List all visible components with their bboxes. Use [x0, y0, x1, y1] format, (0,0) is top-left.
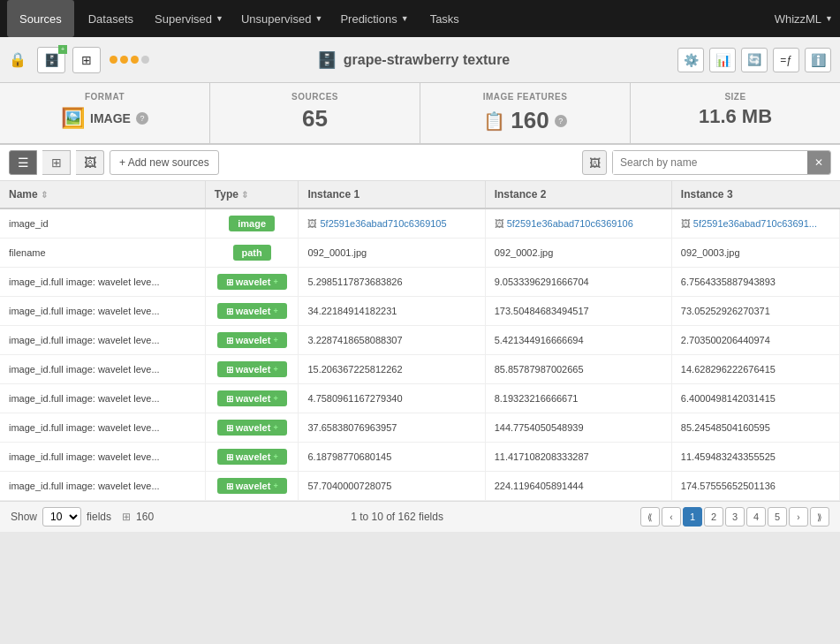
format-help-icon[interactable]: ?: [136, 112, 148, 125]
source-grid-icon: ⊞: [81, 53, 92, 67]
top-nav: Sources Datasets Supervised ▼ Unsupervis…: [0, 0, 840, 37]
cell-instance3: 092_0003.jpg: [671, 239, 839, 268]
cell-name: image_id.full image: wavelet leve...: [0, 413, 205, 443]
col-name[interactable]: Name ⇕: [0, 181, 205, 208]
cell-instance1: 57.7040000728075: [299, 472, 485, 501]
cell-type: ⊞wavelet+: [205, 326, 299, 355]
page-2-btn[interactable]: 2: [704, 507, 723, 527]
supervised-arrow: ▼: [216, 14, 223, 23]
stats-bar: FORMAT 🖼️ IMAGE ? SOURCES 65 IMAGE FEATU…: [0, 83, 840, 145]
cell-instance2: 9.0533396291666704: [485, 268, 671, 297]
cell-instance1: 4.7580961167279340: [299, 384, 485, 413]
cell-instance1: 6.18798770680145: [299, 443, 485, 472]
stat-format-sub: IMAGE: [90, 111, 131, 125]
cell-type: ⊞wavelet+: [205, 268, 299, 297]
stat-image-features-label: IMAGE FEATURES: [435, 92, 616, 102]
formula-btn[interactable]: =ƒ: [773, 48, 799, 72]
stat-image-features-value: 160: [511, 107, 549, 134]
cell-instance3: 2.703500206440974: [671, 326, 839, 355]
page-5-btn[interactable]: 5: [768, 507, 787, 527]
cell-instance2: 🖼5f2591e36abad710c6369106: [485, 208, 671, 239]
stat-format-label: FORMAT: [14, 92, 195, 102]
cell-instance3: 73.05252926270371: [671, 297, 839, 326]
page-last-btn[interactable]: ⟫: [810, 507, 829, 527]
search-input[interactable]: [613, 151, 807, 174]
add-sources-btn[interactable]: + Add new sources: [110, 150, 219, 175]
cell-instance3: 85.24548504160595: [671, 413, 839, 443]
cell-instance1: 092_0001.jpg: [299, 239, 485, 268]
image-features-help-icon[interactable]: ?: [555, 115, 567, 127]
show-select[interactable]: 10 25 50: [42, 507, 81, 527]
source-grid-btn[interactable]: ⊞: [72, 47, 101, 73]
cell-type: ⊞wavelet+: [205, 355, 299, 384]
nav-item-unsupervised[interactable]: Unsupervised ▼: [232, 0, 331, 37]
stat-size-label: SIZE: [645, 92, 826, 102]
stat-size-value: 11.6 MB: [645, 105, 826, 128]
source-db-icon2: 🗄️: [317, 50, 337, 70]
cell-type: ⊞wavelet+: [205, 413, 299, 443]
pagination-info: 1 to 10 of 162 fields: [351, 511, 443, 523]
cell-name: image_id: [0, 208, 205, 239]
nav-item-predictions[interactable]: Predictions ▼: [331, 0, 417, 37]
cell-instance2: 224.1196405891444: [485, 472, 671, 501]
cell-instance2: 5.421344916666694: [485, 326, 671, 355]
image-features-icon: 📋: [483, 110, 505, 132]
table-row: image_id.full image: wavelet leve...⊞wav…: [0, 384, 840, 413]
cell-name: image_id.full image: wavelet leve...: [0, 443, 205, 472]
image-format-icon: 🖼️: [61, 107, 85, 130]
stat-sources-label: SOURCES: [224, 92, 405, 102]
lock-icon: 🔒: [9, 51, 26, 68]
table-row: image_id.full image: wavelet leve...⊞wav…: [0, 297, 840, 326]
fields-count: 160: [136, 511, 154, 523]
info-btn[interactable]: ℹ️: [805, 48, 831, 72]
cell-name: image_id.full image: wavelet leve...: [0, 355, 205, 384]
nav-item-datasets[interactable]: Datasets: [76, 0, 146, 37]
cell-instance3: 14.628296222676415: [671, 355, 839, 384]
cell-type: ⊞wavelet+: [205, 384, 299, 413]
toolbar: ☰ ⊞ 🖼 + Add new sources 🖼 ✕: [0, 145, 840, 181]
cell-instance2: 85.85787987002665: [485, 355, 671, 384]
page-first-btn[interactable]: ⟪: [640, 507, 660, 527]
page-prev-btn[interactable]: ‹: [662, 507, 681, 527]
stat-size: SIZE 11.6 MB: [631, 83, 840, 143]
cell-type: ⊞wavelet+: [205, 443, 299, 472]
source-type-btn[interactable]: 🗄️ +: [37, 47, 65, 73]
sort-arrow-name: ⇕: [41, 190, 48, 200]
page-1-btn[interactable]: 1: [683, 507, 702, 527]
nav-item-supervised[interactable]: Supervised ▼: [146, 0, 232, 37]
cell-instance2: 11.417108208333287: [485, 443, 671, 472]
col-type[interactable]: Type ⇕: [205, 181, 299, 208]
cell-name: image_id.full image: wavelet leve...: [0, 268, 205, 297]
image-view-btn[interactable]: 🖼: [76, 150, 104, 175]
table-row: filenamepath092_0001.jpg092_0002.jpg092_…: [0, 239, 840, 268]
cell-instance2: 8.19323216666671: [485, 384, 671, 413]
cell-instance1: 5.2985117873683826: [299, 268, 485, 297]
chart-btn[interactable]: 📊: [709, 48, 736, 72]
nav-item-tasks[interactable]: Tasks: [418, 0, 472, 37]
col-instance2[interactable]: Instance 2: [485, 181, 671, 208]
col-instance3[interactable]: Instance 3: [671, 181, 839, 208]
source-db-icon: 🗄️: [44, 53, 59, 67]
nav-item-sources[interactable]: Sources: [7, 0, 74, 37]
list-view-btn[interactable]: ☰: [9, 150, 37, 175]
cell-name: image_id.full image: wavelet leve...: [0, 326, 205, 355]
page-4-btn[interactable]: 4: [746, 507, 766, 527]
configure-btn[interactable]: ⚙️: [677, 48, 704, 72]
page-3-btn[interactable]: 3: [725, 507, 745, 527]
cell-instance2: 092_0002.jpg: [485, 239, 671, 268]
unsupervised-arrow: ▼: [314, 14, 322, 23]
user-menu[interactable]: WhizzML ▼: [775, 12, 833, 26]
table-row: image_id.full image: wavelet leve...⊞wav…: [0, 443, 840, 472]
page-next-btn[interactable]: ›: [789, 507, 808, 527]
cell-instance1: 3.2287418658088307: [299, 326, 485, 355]
grid-view-btn[interactable]: ⊞: [42, 150, 71, 175]
cell-instance3: 6.4000498142031415: [671, 384, 839, 413]
col-instance1[interactable]: Instance 1: [299, 181, 485, 208]
cell-type: path: [205, 239, 299, 268]
stat-sources: SOURCES 65: [210, 83, 420, 143]
search-clear-btn[interactable]: ✕: [807, 151, 830, 174]
transform-btn[interactable]: 🔄: [741, 48, 768, 72]
table-container: Name ⇕ Type ⇕ Instance 1 Instance 2 Inst…: [0, 181, 840, 501]
table-row: image_id.full image: wavelet leve...⊞wav…: [0, 268, 840, 297]
image-list-icon: 🖼: [582, 150, 607, 175]
